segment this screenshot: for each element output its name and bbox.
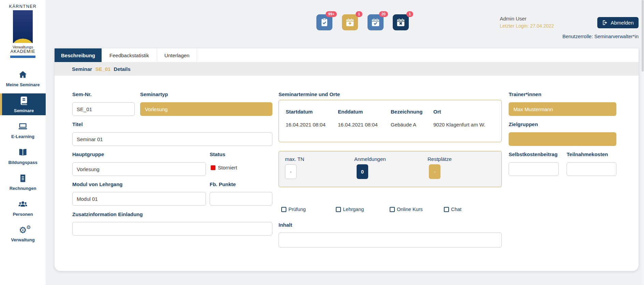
termine-col-ort: Ort [433, 109, 441, 115]
fb-punkte-input[interactable] [210, 192, 272, 206]
home-icon [18, 70, 28, 81]
status-color-square [211, 165, 215, 170]
last-login: Letzter Login: 27.04.2022 [500, 23, 554, 29]
titel-input[interactable] [72, 132, 272, 146]
status-value: Storniert [218, 165, 237, 170]
details-header-prefix: Seminar [72, 66, 93, 72]
selbstkosten-label: Selbstkostenbeitrag [509, 151, 557, 157]
sidebar-item-rechnungen[interactable]: Rechnungen [0, 171, 46, 193]
checkbox-icon[interactable] [444, 207, 449, 212]
zusatzinfo-input[interactable] [72, 222, 272, 236]
sidebar-item-personen[interactable]: Personen [0, 197, 46, 219]
tab-beschreibung[interactable]: Beschreibung [55, 48, 102, 62]
sidebar-item-verwaltung[interactable]: ⚙⚙ Verwaltung [0, 223, 46, 245]
sidebar-nav: Meine Seminare Seminare E-Learning Bildu… [0, 68, 46, 245]
logo-image [13, 10, 33, 43]
checkbox-icon[interactable] [390, 207, 395, 212]
checkbox-chat[interactable]: Chat [444, 207, 462, 212]
termine-cell-startdatum: 16.04.2021 08:04 [286, 122, 326, 127]
logout-icon [602, 20, 608, 26]
logo-text-sub1: Verwaltungs [0, 45, 46, 49]
status-label: Status [210, 151, 225, 157]
clipboard-check-icon[interactable]: 99+ [316, 14, 332, 30]
restplaetze-value-box: - [429, 164, 440, 179]
checkbox-label: Chat [451, 207, 462, 212]
calendar-plus-icon[interactable]: 1 [342, 14, 358, 30]
laptop-icon [18, 122, 28, 133]
checkbox-online-kurs[interactable]: Online Kurs [390, 207, 423, 212]
app-window: KÄRNTNER Verwaltungs AKADEMIE Meine Semi… [0, 0, 644, 285]
seminar-details-card: Beschreibung Feedbackstatistik Unterlage… [55, 48, 639, 271]
termine-cell-ort: 9020 Klagenfurt am W. [433, 122, 485, 127]
logo-underline [10, 56, 35, 58]
sem-nr-input[interactable] [72, 102, 135, 116]
sidebar-item-seminare[interactable]: Seminare [0, 93, 46, 115]
anmeldungen-value-box: 0 [357, 164, 368, 179]
trainer-label: Trainer*innen [509, 91, 541, 97]
tab-feedbackstatistik[interactable]: Feedbackstatistik [102, 48, 157, 62]
calendar-check-icon[interactable]: 20 [368, 14, 384, 30]
user-role: Benutzerrolle: Seminarverwalter*in [434, 34, 639, 39]
hauptgruppe-label: Hauptgruppe [72, 151, 104, 157]
termine-label: Seminartermine und Orte [279, 91, 340, 97]
sidebar-item-label: Rechnungen [10, 186, 36, 191]
status-indicator: Storniert [211, 165, 237, 170]
termine-cell-bezeichnung: Gebäude A [391, 122, 416, 127]
calendar-x-icon[interactable]: 1 [393, 14, 409, 30]
sidebar-item-meine-seminare[interactable]: Meine Seminare [0, 68, 46, 89]
teilnahmekosten-label: Teilnahmekosten [567, 151, 608, 157]
teilnahmekosten-input[interactable] [567, 162, 616, 176]
termine-col-bezeichnung: Bezeichnung [391, 109, 422, 115]
anmeldungen-label: Anmeldungen [354, 156, 386, 162]
page-scrollbar[interactable] [641, 0, 644, 285]
tab-bar: Beschreibung Feedbackstatistik Unterlage… [55, 48, 197, 62]
inhalt-input[interactable] [279, 232, 502, 247]
sidebar: KÄRNTNER Verwaltungs AKADEMIE Meine Semi… [0, 0, 46, 285]
open-book-icon [18, 148, 28, 159]
app-logo: KÄRNTNER Verwaltungs AKADEMIE [0, 0, 46, 58]
max-tn-value-box[interactable]: - [285, 164, 297, 179]
logo-text-sub2: AKADEMIE [0, 49, 46, 54]
sidebar-item-e-learning[interactable]: E-Learning [0, 119, 46, 141]
checkbox-icon[interactable] [281, 207, 286, 212]
fb-punkte-label: Fb. Punkte [210, 181, 236, 187]
termine-cell-enddatum: 16.04.2021 08:04 [338, 122, 378, 127]
termine-col-startdatum: Startdatum [286, 109, 313, 115]
titel-label: Titel [72, 121, 83, 127]
logo-text-top: KÄRNTNER [0, 4, 46, 9]
logout-button[interactable]: Abmelden [597, 17, 639, 28]
details-header: Seminar SE_01 Details [55, 62, 639, 76]
notification-badge: 20 [379, 11, 388, 17]
termine-col-enddatum: Enddatum [338, 109, 363, 115]
sidebar-item-label: Meine Seminare [6, 82, 40, 87]
checkbox-pruefung[interactable]: Prüfung [281, 207, 306, 212]
checkbox-lehrgang[interactable]: Lehrgang [336, 207, 364, 212]
checkbox-label: Prüfung [288, 207, 306, 212]
inhalt-label: Inhalt [279, 222, 292, 228]
sidebar-item-bildungspass[interactable]: Bildungspass [0, 145, 46, 167]
zielgruppen-field[interactable] [509, 132, 616, 146]
zusatzinfo-label: Zusatzinformation Einladung [72, 211, 143, 217]
hauptgruppe-input[interactable] [72, 162, 206, 176]
modul-input[interactable] [72, 192, 206, 206]
max-tn-label: max. TN [285, 156, 304, 162]
seminar-code: SE_01 [95, 66, 110, 72]
logout-label: Abmelden [611, 20, 634, 26]
selbstkosten-input[interactable] [509, 162, 559, 176]
scrollbar-thumb[interactable] [642, 0, 644, 72]
checkbox-label: Online Kurs [397, 207, 423, 212]
restplaetze-label: Restplätze [428, 156, 452, 162]
zielgruppen-label: Zielgruppen [509, 121, 538, 127]
modul-label: Modul von Lehrgang [72, 181, 123, 187]
gears-icon: ⚙⚙ [19, 226, 27, 236]
book-icon [19, 96, 29, 107]
notification-badge: 1 [406, 11, 413, 17]
seminartyp-field[interactable]: Vorlesung [140, 102, 272, 116]
receipt-icon [18, 174, 28, 184]
checkbox-icon[interactable] [336, 207, 341, 212]
sidebar-item-label: Verwaltung [11, 237, 34, 242]
notification-badge: 99+ [326, 11, 337, 17]
trainer-field[interactable]: Max Mustermann [509, 102, 616, 116]
tab-unterlagen[interactable]: Unterlagen [157, 48, 197, 62]
termine-table: Startdatum Enddatum Bezeichnung Ort 16.0… [279, 100, 502, 142]
